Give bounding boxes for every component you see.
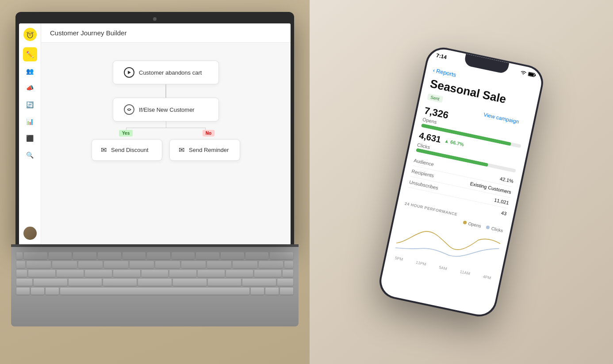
key [69,279,102,286]
key [16,288,30,295]
phone-content: ‹ Reports Seasonal Sale Sent View campai… [378,65,540,318]
key [85,270,112,277]
key-row-3 [16,270,293,277]
action-left-label: Send Discount [111,147,149,153]
key [270,252,293,259]
audience-label: Audience [414,157,434,167]
email-icon-right: ✉ [179,146,184,154]
key [208,279,241,286]
phone-screen: 7:14 [378,46,544,318]
connector-1 [165,84,166,98]
sidebar-item-edit[interactable]: ✏️ [23,47,37,61]
key [259,261,283,268]
key [207,261,231,268]
key [31,288,44,295]
clicks-change: ▲ 66.7% [444,138,465,147]
legend-opens-label: Opens [468,221,482,228]
branch-lines: Yes No [100,121,232,139]
sidebar-item-analytics[interactable]: 📊 [23,114,37,129]
condition-icon [124,104,134,115]
right-panel: 7:14 [310,0,613,364]
key [130,261,154,268]
chart-label-1: 5PM [395,255,403,262]
action-node-discount[interactable]: ✉ Send Discount [92,139,162,161]
branch-horizontal [126,128,206,128]
condition-node[interactable]: If/Else New Customer [113,98,219,121]
key [277,279,293,286]
sent-badge: Sent [427,93,443,103]
status-time: 7:14 [436,52,447,61]
key-row-1 [16,252,293,259]
key [245,252,269,259]
action-nodes: ✉ Send Discount ✉ Send Reminder [92,139,240,161]
app-sidebar: ✏️ 👥 📣 🔄 📊 ⬛ 🔍 [19,23,41,244]
branch-vertical-top [166,121,166,128]
sidebar-item-integrations[interactable]: ⬛ [23,131,37,145]
svg-point-3 [31,33,31,34]
clicks-dot [486,225,490,229]
sidebar-item-audience[interactable]: 👥 [23,64,37,78]
sidebar-item-campaigns[interactable]: 📣 [23,81,37,95]
key [233,261,257,268]
yes-badge: Yes [119,129,133,136]
status-icons [520,70,536,77]
page-title: Customer Journey Builder [50,29,126,37]
key [78,261,103,268]
key [16,252,23,259]
key [172,252,195,259]
key [173,279,207,286]
email-icon-left: ✉ [101,146,107,154]
key [73,252,96,259]
key [265,288,279,295]
laptop-screen: ✏️ 👥 📣 🔄 📊 ⬛ 🔍 Custom [19,23,291,244]
recipients-label: Recipients [411,168,435,178]
sidebar-logo [23,28,37,41]
secondary-value: 43 [501,210,507,216]
key [196,252,219,259]
svg-marker-4 [128,71,131,74]
sidebar-bottom [23,227,37,240]
no-label: No [203,130,215,136]
laptop-camera [153,17,157,21]
key [251,288,264,295]
condition-label: If/Else New Customer [139,106,195,113]
key [16,261,25,268]
key [138,279,172,286]
battery-icon [528,72,536,78]
chart-label-4: 11AM [460,269,471,276]
sidebar-item-automations[interactable]: 🔄 [23,98,37,112]
avatar [23,227,37,240]
key [46,288,59,295]
no-badge: No [203,129,215,136]
back-chevron: ‹ [433,67,436,74]
sidebar-item-search[interactable]: 🔍 [23,148,37,162]
key [169,270,196,277]
phone-wrapper: 7:14 [376,44,547,319]
chart-label-2: 11PM [415,260,426,266]
key [16,270,27,277]
key [49,252,72,259]
key [142,270,169,277]
key [254,270,281,277]
laptop-screen-wrapper: ✏️ 👥 📣 🔄 📊 ⬛ 🔍 Custom [15,12,294,244]
phone-body: 7:14 [376,44,547,319]
wifi-icon [520,70,527,76]
trigger-node[interactable]: Customer abandons cart [113,61,219,84]
spacebar [60,288,249,295]
key [221,252,244,259]
action-right-label: Send Reminder [189,147,229,153]
trigger-icon [124,67,134,78]
key [147,252,170,259]
trigger-label: Customer abandons cart [139,69,202,76]
chart-label-3: 5AM [439,265,448,271]
key [52,261,77,268]
key [283,270,293,277]
chart-label-5: 4PM [483,274,491,281]
action-node-reminder[interactable]: ✉ Send Reminder [169,139,240,161]
key [242,279,276,286]
key-row-4 [16,279,293,286]
key [280,288,293,295]
key [181,261,206,268]
key [27,261,51,268]
laptop-container: ✏️ 👥 📣 🔄 📊 ⬛ 🔍 Custom [11,12,299,339]
